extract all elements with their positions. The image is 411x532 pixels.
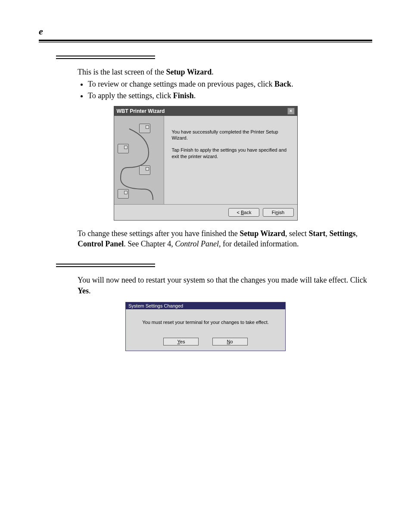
post-wizard-para: To change these settings after you have … (78, 228, 372, 249)
finish-access: n (276, 210, 278, 215)
wizard-msg-2: Tap Finish to apply the settings you hav… (172, 147, 290, 159)
dialog-titlebar[interactable]: System Settings Changed (126, 302, 285, 309)
back-button[interactable]: < Back (228, 208, 259, 217)
header-rule-thick (39, 40, 372, 41)
yes-button[interactable]: Yes (163, 338, 199, 345)
bullet-review: To review or change settings made on pre… (88, 79, 372, 89)
bullet-apply: To apply the settings, click Finish. (88, 90, 372, 101)
intro-text: This is the last screen of the (78, 68, 166, 76)
wizard-content: You have successfully completed the Prin… (164, 116, 297, 204)
wizard-msg-1: You have successfully completed the Prin… (172, 129, 290, 141)
bullet1-bold: Back (274, 80, 291, 88)
pw-m4: . See Chapter 4, (124, 240, 175, 248)
section-divider (56, 264, 155, 267)
close-icon[interactable]: × (287, 108, 295, 115)
restart-bold: Yes (78, 286, 89, 295)
printer-icon (139, 165, 150, 175)
restart-para: You will now need to restart your system… (78, 275, 372, 296)
pw-b4: Control Panel (78, 240, 124, 248)
printer-icon (118, 144, 129, 153)
bullet2-bold: Finish (173, 91, 194, 100)
pw-post: for detailed information. (221, 240, 299, 248)
intro-bullets: To review or change settings made on pre… (78, 79, 372, 101)
intro-sentence: This is the last screen of the Setup Wiz… (78, 67, 372, 77)
wizard-footer: < Back Finish (114, 204, 297, 220)
dialog-message: You must reset your terminal for your ch… (132, 320, 279, 325)
printer-icon (118, 189, 129, 199)
system-settings-dialog: System Settings Changed You must reset y… (125, 302, 286, 351)
pw-italic: Control Panel, (175, 240, 221, 248)
pw-m3: , (355, 229, 358, 238)
no-button[interactable]: No (212, 338, 248, 345)
header-rule-thin (39, 42, 372, 43)
intro-bold: Setup Wizard (166, 68, 212, 76)
back-access: B (241, 210, 244, 215)
printer-wizard-window: WBT Printer Wizard × You have successful… (114, 106, 298, 221)
restart-post: . (89, 286, 91, 295)
printer-icon (139, 124, 150, 133)
no-rest: o (230, 339, 233, 344)
restart-pre: You will now need to restart your system… (78, 276, 367, 284)
wizard-title: WBT Printer Wizard (117, 108, 165, 114)
page-header-letter: e (39, 26, 372, 37)
pw-b2: Start (308, 229, 325, 238)
wizard-titlebar[interactable]: WBT Printer Wizard × (114, 106, 297, 116)
yes-rest: es (180, 339, 185, 344)
pw-b1: Setup Wizard (240, 229, 285, 238)
wizard-sidebar-graphic (114, 116, 164, 204)
pw-m1: , select (285, 229, 308, 238)
pw-pre: To change these settings after you have … (78, 229, 240, 238)
bullet2-post: . (194, 91, 196, 100)
bullet1-post: . (291, 80, 293, 88)
intro-post: . (212, 68, 214, 76)
bullet2-pre: To apply the settings, click (88, 91, 173, 100)
pw-b3: Settings (329, 229, 355, 238)
bullet1-pre: To review or change settings made on pre… (88, 80, 274, 88)
finish-button[interactable]: Finish (263, 208, 294, 217)
section-divider (56, 56, 155, 59)
